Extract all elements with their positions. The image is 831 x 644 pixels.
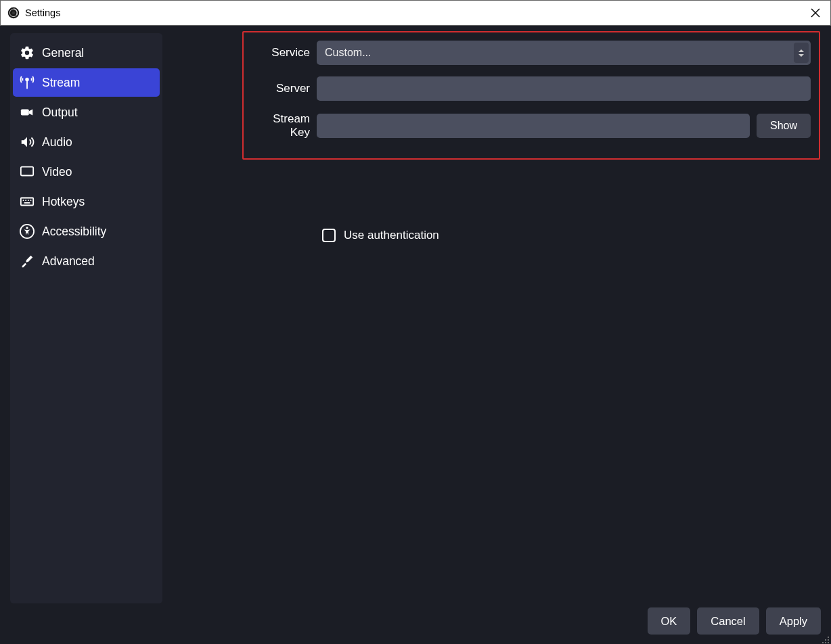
speaker-icon bbox=[20, 135, 35, 150]
svg-rect-7 bbox=[21, 109, 29, 115]
sidebar-item-general[interactable]: General bbox=[13, 39, 160, 67]
show-streamkey-button[interactable]: Show bbox=[757, 114, 811, 138]
sidebar-item-label: Video bbox=[42, 165, 72, 179]
server-row: Server bbox=[252, 76, 811, 101]
sidebar-item-label: Advanced bbox=[42, 254, 95, 269]
antenna-icon bbox=[20, 75, 35, 90]
titlebar-left: Settings bbox=[7, 7, 60, 19]
monitor-icon bbox=[20, 164, 35, 179]
svg-point-22 bbox=[825, 642, 826, 643]
sidebar-item-label: Audio bbox=[42, 135, 72, 150]
sidebar-item-stream[interactable]: Stream bbox=[13, 68, 160, 97]
gear-icon bbox=[20, 45, 35, 60]
resize-grip-icon[interactable] bbox=[822, 635, 830, 643]
streamkey-label: Stream Key bbox=[252, 112, 310, 139]
streamkey-input[interactable] bbox=[317, 114, 750, 138]
accessibility-icon bbox=[20, 224, 35, 239]
use-authentication-label: Use authentication bbox=[344, 229, 439, 242]
sidebar-item-label: Output bbox=[42, 106, 78, 120]
sidebar-item-label: Hotkeys bbox=[42, 195, 85, 209]
up-down-spinner-icon[interactable] bbox=[794, 43, 809, 63]
camcorder-icon bbox=[20, 105, 35, 120]
cancel-button[interactable]: Cancel bbox=[697, 607, 759, 635]
svg-point-20 bbox=[828, 639, 829, 641]
sidebar-item-video[interactable]: Video bbox=[13, 158, 160, 186]
service-select[interactable]: Custom... bbox=[317, 41, 811, 65]
ok-button[interactable]: OK bbox=[648, 607, 691, 635]
window-close-button[interactable] bbox=[805, 2, 826, 24]
service-label: Service bbox=[252, 46, 310, 60]
titlebar: Settings bbox=[0, 0, 831, 26]
apply-button[interactable]: Apply bbox=[766, 607, 821, 635]
sidebar-item-advanced[interactable]: Advanced bbox=[13, 247, 160, 275]
service-row: Service Custom... bbox=[252, 41, 811, 65]
keyboard-icon bbox=[20, 194, 35, 209]
service-select-value: Custom... bbox=[325, 47, 371, 59]
sidebar-item-label: Stream bbox=[42, 76, 80, 90]
sidebar-item-label: Accessibility bbox=[42, 225, 106, 239]
stream-settings-highlight: Service Custom... Server Stream Key Show bbox=[242, 31, 820, 160]
svg-point-21 bbox=[822, 642, 824, 643]
svg-point-23 bbox=[828, 642, 829, 643]
settings-main-panel: Service Custom... Server Stream Key Show bbox=[162, 33, 826, 603]
svg-point-19 bbox=[825, 639, 826, 641]
settings-sidebar: General Stream Output Audio Video bbox=[10, 33, 162, 603]
server-label: Server bbox=[252, 82, 310, 95]
dialog-footer: OK Cancel Apply bbox=[0, 603, 831, 644]
use-authentication-row: Use authentication bbox=[322, 229, 820, 242]
sidebar-item-output[interactable]: Output bbox=[13, 98, 160, 127]
svg-rect-10 bbox=[21, 198, 33, 206]
use-authentication-checkbox[interactable] bbox=[322, 229, 336, 242]
obs-app-icon bbox=[7, 7, 20, 19]
svg-point-2 bbox=[12, 12, 16, 15]
server-input[interactable] bbox=[317, 76, 811, 101]
svg-rect-8 bbox=[21, 167, 33, 176]
tools-icon bbox=[20, 254, 35, 269]
sidebar-item-audio[interactable]: Audio bbox=[13, 128, 160, 156]
window-title: Settings bbox=[25, 7, 60, 18]
sidebar-item-label: General bbox=[42, 46, 84, 60]
svg-point-18 bbox=[828, 637, 829, 638]
sidebar-item-accessibility[interactable]: Accessibility bbox=[13, 217, 160, 246]
svg-point-17 bbox=[26, 227, 28, 229]
sidebar-item-hotkeys[interactable]: Hotkeys bbox=[13, 187, 160, 216]
svg-point-5 bbox=[26, 78, 28, 81]
streamkey-row: Stream Key Show bbox=[252, 112, 811, 139]
